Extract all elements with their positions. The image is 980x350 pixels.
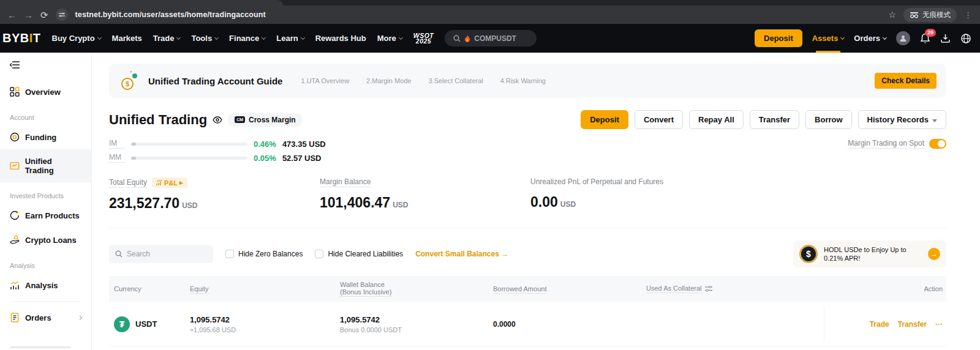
browser-menu-icon[interactable]: ⋮ — [964, 10, 973, 20]
sidebar-item-overview[interactable]: Overview — [0, 80, 91, 104]
search-icon — [453, 35, 461, 42]
nav-assets[interactable]: Assets — [812, 24, 845, 53]
col-wallet-balance: Wallet Balance (Bonus Inclusive) — [340, 281, 493, 297]
nav-search[interactable]: COMPUSDT — [445, 30, 537, 47]
sidebar-scrollbar[interactable] — [10, 346, 71, 348]
reload-button[interactable]: ⟳ — [40, 10, 48, 20]
asset-search-input[interactable] — [127, 250, 197, 258]
sidebar-item-analysis[interactable]: Analysis — [0, 273, 91, 297]
pnl-badge[interactable]: P&L ▸ — [152, 177, 187, 188]
margin-balance-value: 101,406.47USD — [320, 195, 530, 211]
total-equity-value: 231,527.70USD — [109, 195, 320, 212]
transfer-link[interactable]: Transfer — [898, 320, 927, 329]
site-info-icon[interactable] — [56, 9, 68, 21]
nav-deposit-button[interactable]: Deposit — [755, 29, 802, 47]
back-button[interactable]: ← — [7, 10, 17, 20]
mm-percent: 0.05% — [254, 154, 276, 163]
incognito-icon — [910, 12, 919, 18]
unified-trading-icon — [10, 161, 20, 171]
caret-right: ▸ — [179, 179, 183, 187]
transfer-button[interactable]: Transfer — [750, 110, 799, 129]
sidebar-item-orders[interactable]: Orders — [0, 305, 91, 330]
sidebar-item-earn-products[interactable]: Earn Products — [0, 203, 91, 228]
asset-search[interactable] — [109, 245, 213, 263]
nav-more[interactable]: More — [377, 34, 402, 43]
guide-step-1[interactable]: 1.UTA Overview — [301, 77, 349, 84]
guide-step-4[interactable]: 4.Risk Warning — [500, 77, 546, 84]
caret-down-icon — [932, 119, 937, 122]
guide-step-3[interactable]: 3.Select Collateral — [428, 77, 483, 84]
total-equity-stat: Total Equity P&L ▸ 231,527.70USD — [109, 177, 320, 212]
nav-finance[interactable]: Finance — [229, 34, 265, 43]
incognito-label: 无痕模式 — [922, 10, 951, 20]
nav-trade[interactable]: Trade — [153, 34, 181, 43]
nav-buy-crypto[interactable]: Buy Crypto — [52, 34, 101, 43]
notification-count-badge: 29 — [925, 29, 936, 37]
browser-active-tab[interactable] — [0, 0, 283, 6]
im-percent: 0.46% — [254, 140, 276, 149]
repay-all-button[interactable]: Repay All — [689, 110, 744, 129]
unrealized-pnl-stat: Unrealized PnL of Perpetual and Futures … — [530, 177, 741, 212]
wsot-2025-logo[interactable]: WSOT2025 — [413, 33, 434, 44]
assets-table-header: Currency Equity Wallet Balance (Bonus In… — [109, 276, 946, 302]
hide-cleared-liabilities-checkbox[interactable]: Hide Cleared Liabilities — [315, 250, 403, 258]
mm-value: 52.57 USD — [282, 154, 322, 163]
notifications-button[interactable]: 29 — [920, 33, 930, 44]
nav-rewards-hub[interactable]: Rewards Hub — [315, 34, 366, 43]
currency-symbol: USDT — [135, 319, 157, 329]
sidebar-item-unified-trading[interactable]: Unified Trading — [0, 149, 91, 182]
bybit-logo[interactable]: BYBIT — [2, 31, 41, 45]
usde-coin-icon: $ — [799, 245, 818, 263]
convert-small-balances-link[interactable]: Convert Small Balances → — [415, 250, 508, 258]
sidebar-collapse-button[interactable] — [0, 61, 91, 80]
history-records-button[interactable]: History Records — [858, 110, 946, 129]
margin-mode-badge[interactable]: CM Cross Margin — [228, 113, 303, 127]
language-button[interactable] — [960, 33, 971, 44]
chevron-down-icon — [883, 35, 887, 39]
collateral-settings-icon[interactable] — [705, 286, 712, 292]
nav-tools[interactable]: Tools — [191, 34, 218, 43]
earn-products-icon — [10, 210, 20, 220]
download-app-button[interactable] — [940, 33, 951, 43]
flame-icon — [464, 35, 470, 42]
funding-coin-icon — [10, 132, 20, 142]
forward-button[interactable]: → — [24, 10, 33, 20]
convert-button[interactable]: Convert — [635, 110, 683, 129]
more-actions-icon[interactable]: ··· — [935, 320, 943, 329]
download-icon — [940, 33, 951, 43]
deposit-button[interactable]: Deposit — [581, 110, 628, 129]
unrealized-pnl-label: Unrealized PnL of Perpetual and Futures — [530, 177, 663, 187]
hide-zero-balances-checkbox[interactable]: Hide Zero Balances — [225, 250, 303, 258]
nav-learn[interactable]: Learn — [276, 34, 304, 43]
bookmark-star-icon[interactable]: ☆ — [888, 10, 896, 20]
nav-orders[interactable]: Orders — [854, 34, 886, 43]
usde-promo-banner[interactable]: $ HODL USDe to Enjoy Up to 0.21% APR! → — [793, 240, 946, 267]
browser-tabstrip — [0, 0, 980, 6]
sidebar-item-funding[interactable]: Funding — [0, 125, 91, 149]
margin-trading-toggle[interactable] — [929, 139, 946, 149]
overview-grid-icon — [10, 87, 20, 97]
chevron-down-icon — [301, 35, 305, 39]
chevron-down-icon — [262, 35, 266, 39]
promo-arrow-button[interactable]: → — [928, 248, 940, 260]
crypto-loans-icon — [10, 235, 20, 245]
search-icon — [115, 250, 123, 258]
checkbox-unchecked[interactable] — [225, 250, 234, 258]
borrow-button[interactable]: Borrow — [805, 110, 852, 129]
margin-balance-stat: Margin Balance 101,406.47USD — [320, 177, 530, 212]
promo-text: HODL USDe to Enjoy Up to 0.21% APR! — [824, 245, 922, 262]
uta-guide-banner: $ Unified Trading Account Guide 1.UTA Ov… — [109, 64, 946, 98]
avatar[interactable] — [896, 31, 910, 45]
nav-markets[interactable]: Markets — [112, 34, 142, 43]
trade-link[interactable]: Trade — [870, 320, 889, 329]
guide-step-2[interactable]: 2.Margin Mode — [366, 77, 411, 84]
top-nav: BYBIT Buy Crypto Markets Trade Tools Fin… — [0, 24, 980, 53]
table-row-usdt: ₮ USDT 1,095.5742 ≈1,095.68 USD 1,095.57… — [109, 302, 946, 347]
sidebar-item-crypto-loans[interactable]: Crypto Loans — [0, 228, 91, 252]
check-details-button[interactable]: Check Details — [875, 73, 937, 89]
chevron-down-icon — [840, 35, 845, 39]
eye-icon[interactable] — [213, 116, 222, 124]
url-bar[interactable]: testnet.bybit.com/user/assets/home/tradi… — [75, 10, 266, 19]
chevron-down-icon — [176, 35, 181, 39]
checkbox-unchecked[interactable] — [315, 250, 323, 258]
